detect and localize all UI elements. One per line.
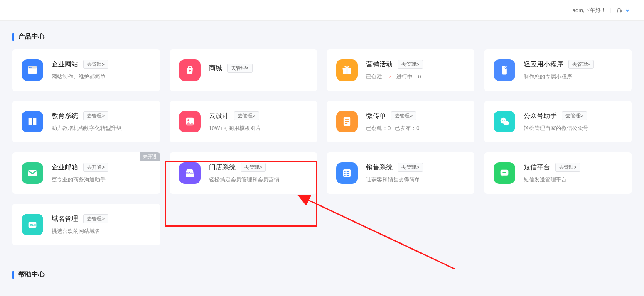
browser-icon — [22, 59, 43, 81]
manage-button[interactable]: 去管理> — [398, 163, 423, 172]
card-body: 短信平台去管理>短信发送管理平台 — [524, 163, 624, 183]
domain-icon: W.≡ — [22, 214, 43, 235]
wechat-icon — [494, 111, 515, 132]
svg-rect-30 — [502, 172, 506, 173]
manage-button[interactable]: 去管理> — [398, 60, 423, 69]
stat-label: 已创建： — [366, 125, 388, 131]
manage-button[interactable]: 去管理> — [83, 111, 108, 120]
card-body: 商城去管理> — [209, 64, 309, 77]
card-marketing[interactable]: 营销活动去管理>已创建：7进行中：0 — [327, 49, 474, 91]
manage-button[interactable]: 去管理> — [83, 60, 108, 69]
card-title: 云设计 — [209, 112, 229, 120]
card-body: 域名管理去管理>挑选喜欢的网站域名 — [52, 214, 152, 235]
card-body: 公众号助手去管理>轻松管理自家的微信公众号 — [524, 111, 624, 132]
manage-button[interactable]: 去管理> — [562, 111, 587, 120]
image-icon — [179, 111, 201, 132]
manage-button[interactable]: 去管理> — [555, 163, 580, 172]
card-education[interactable]: 教育系统去管理>助力教培机构数字化转型升级 — [12, 101, 160, 142]
card-title: 短信平台 — [524, 163, 550, 172]
svg-point-19 — [502, 120, 503, 120]
card-desc: 制作您的专属小程序 — [524, 73, 624, 81]
card-title: 销售系统 — [366, 163, 393, 172]
card-enterprise-site[interactable]: 企业网站去管理>网站制作、维护都简单 — [12, 49, 160, 91]
card-store-system[interactable]: 门店系统去管理>轻松搞定会员管理和会员营销 — [170, 152, 317, 194]
book-icon — [22, 111, 43, 132]
card-desc: 更专业的商务沟通助手 — [52, 176, 152, 183]
card-title: 企业网站 — [52, 60, 78, 69]
store-icon — [179, 162, 201, 184]
card-body: 销售系统去管理>让获客和销售变得简单 — [366, 163, 466, 183]
unopened-tag: 未开通 — [140, 152, 160, 161]
list-icon — [336, 162, 358, 184]
card-lite-app[interactable]: 轻应用小程序去管理>制作您的专属小程序 — [484, 49, 632, 91]
phone-icon — [494, 59, 515, 81]
card-title: 企业邮箱 — [52, 163, 78, 172]
card-desc: 10W+可商用模板图片 — [209, 125, 309, 132]
card-micro-flyer[interactable]: 微传单去管理>已创建：0已发布：0 — [327, 101, 474, 142]
stat-value: 0 — [388, 125, 391, 131]
card-desc: 让获客和销售变得简单 — [366, 176, 466, 183]
bag-icon — [179, 59, 201, 81]
svg-rect-14 — [345, 119, 349, 120]
svg-rect-26 — [347, 173, 349, 174]
svg-text:W.≡: W.≡ — [30, 223, 36, 227]
open-button[interactable]: 去开通> — [83, 163, 108, 172]
svg-rect-16 — [345, 123, 347, 124]
manage-button[interactable]: 去管理> — [234, 111, 259, 120]
gift-icon — [336, 59, 358, 81]
card-enterprise-mail[interactable]: 未开通企业邮箱去开通>更专业的商务沟通助手 — [12, 152, 160, 194]
stat-label: 已发布： — [395, 125, 416, 131]
card-body: 轻应用小程序去管理>制作您的专属小程序 — [524, 60, 624, 81]
card-title: 营销活动 — [366, 60, 393, 69]
chat-icon — [494, 162, 515, 184]
manage-button[interactable]: 去管理> — [241, 163, 266, 172]
card-sms-platform[interactable]: 短信平台去管理>短信发送管理平台 — [484, 152, 632, 194]
mail-icon — [22, 162, 43, 184]
card-title: 教育系统 — [52, 112, 78, 120]
svg-rect-28 — [347, 175, 349, 176]
card-title: 门店系统 — [209, 163, 236, 172]
section-title-help: 帮助中心 — [12, 270, 632, 279]
card-body: 企业邮箱去开通>更专业的商务沟通助手 — [52, 163, 152, 183]
card-cloud-design[interactable]: 云设计去管理>10W+可商用模板图片 — [170, 101, 317, 142]
svg-rect-15 — [345, 121, 349, 122]
card-desc: 短信发送管理平台 — [524, 176, 624, 183]
card-body: 云设计去管理>10W+可商用模板图片 — [209, 111, 309, 132]
card-desc: 助力教培机构数字化转型升级 — [52, 125, 152, 132]
stat-value: 7 — [388, 73, 391, 80]
card-title: 微传单 — [366, 112, 386, 120]
stat-value: 0 — [418, 73, 421, 80]
card-desc: 已创建：0已发布：0 — [366, 125, 466, 132]
svg-point-18 — [504, 121, 509, 126]
headset-icon[interactable] — [616, 7, 631, 14]
card-title: 轻应用小程序 — [524, 60, 563, 69]
stat-value: 0 — [416, 125, 419, 131]
card-body: 门店系统去管理>轻松搞定会员管理和会员营销 — [209, 163, 309, 183]
card-mp-assistant[interactable]: 公众号助手去管理>轻松管理自家的微信公众号 — [484, 101, 632, 142]
svg-rect-27 — [344, 175, 345, 176]
card-desc: 轻松搞定会员管理和会员营销 — [209, 176, 309, 183]
card-mall[interactable]: 商城去管理> — [170, 49, 317, 91]
svg-point-2 — [29, 67, 30, 68]
card-body: 企业网站去管理>网站制作、维护都简单 — [52, 60, 152, 81]
card-title: 商城 — [209, 64, 222, 73]
card-desc: 已创建：7进行中：0 — [366, 73, 466, 81]
card-sales-system[interactable]: 销售系统去管理>让获客和销售变得简单 — [327, 152, 474, 194]
svg-rect-24 — [347, 171, 349, 172]
stat-label: 进行中： — [396, 73, 418, 80]
stat-label: 已创建： — [366, 73, 388, 80]
card-domain-mgmt[interactable]: W.≡域名管理去管理>挑选喜欢的网站域名 — [12, 204, 160, 245]
page-icon — [336, 111, 358, 132]
card-desc: 挑选喜欢的网站域名 — [52, 228, 152, 235]
card-desc: 轻松管理自家的微信公众号 — [524, 125, 624, 132]
card-desc: 网站制作、维护都简单 — [52, 73, 152, 81]
manage-button[interactable]: 去管理> — [568, 60, 594, 69]
manage-button[interactable]: 去管理> — [83, 214, 108, 223]
manage-button[interactable]: 去管理> — [391, 111, 416, 120]
svg-point-4 — [189, 70, 191, 72]
section-title-products: 产品中心 — [12, 32, 632, 41]
manage-button[interactable]: 去管理> — [227, 64, 253, 73]
greeting-text: adm,下午好！ — [573, 7, 606, 14]
svg-point-12 — [187, 119, 189, 121]
card-body: 教育系统去管理>助力教培机构数字化转型升级 — [52, 111, 152, 132]
